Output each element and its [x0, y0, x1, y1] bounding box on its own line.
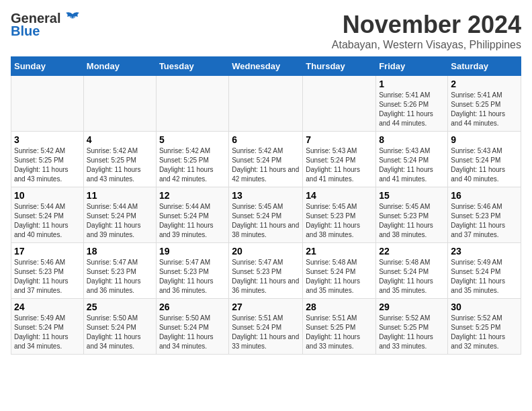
day-number: 19: [159, 246, 226, 257]
page-header: General Blue November 2024 Atabayan, Wes…: [11, 11, 521, 51]
weekday-header-saturday: Saturday: [448, 57, 521, 76]
day-info: Sunrise: 5:42 AM Sunset: 5:25 PM Dayligh…: [87, 146, 153, 184]
day-number: 15: [379, 190, 445, 201]
weekday-header-sunday: Sunday: [11, 57, 84, 76]
day-number: 25: [87, 302, 153, 312]
day-number: 9: [451, 134, 518, 145]
calendar-cell: 6Sunrise: 5:42 AM Sunset: 5:24 PM Daylig…: [229, 132, 303, 187]
day-number: 24: [14, 302, 81, 312]
day-info: Sunrise: 5:45 AM Sunset: 5:23 PM Dayligh…: [379, 202, 445, 240]
day-info: Sunrise: 5:51 AM Sunset: 5:25 PM Dayligh…: [306, 314, 373, 351]
calendar-cell: 24Sunrise: 5:49 AM Sunset: 5:24 PM Dayli…: [11, 299, 84, 355]
day-number: 1: [379, 79, 445, 89]
calendar-table: SundayMondayTuesdayWednesdayThursdayFrid…: [11, 56, 521, 355]
day-number: 30: [451, 302, 518, 312]
title-area: November 2024 Atabayan, Western Visayas,…: [332, 11, 521, 51]
calendar-cell: 29Sunrise: 5:52 AM Sunset: 5:25 PM Dayli…: [376, 299, 448, 355]
day-info: Sunrise: 5:43 AM Sunset: 5:24 PM Dayligh…: [306, 146, 373, 184]
calendar-cell: 20Sunrise: 5:47 AM Sunset: 5:23 PM Dayli…: [229, 243, 303, 299]
day-number: 5: [159, 134, 226, 145]
day-info: Sunrise: 5:47 AM Sunset: 5:23 PM Dayligh…: [159, 258, 226, 295]
calendar-cell: 4Sunrise: 5:42 AM Sunset: 5:25 PM Daylig…: [83, 132, 156, 187]
calendar-cell: 3Sunrise: 5:42 AM Sunset: 5:25 PM Daylig…: [11, 132, 84, 187]
day-info: Sunrise: 5:42 AM Sunset: 5:25 PM Dayligh…: [14, 146, 81, 184]
calendar-cell: [11, 76, 84, 132]
day-number: 6: [232, 134, 300, 145]
day-info: Sunrise: 5:43 AM Sunset: 5:24 PM Dayligh…: [379, 146, 445, 184]
day-number: 14: [306, 190, 373, 201]
calendar-cell: 15Sunrise: 5:45 AM Sunset: 5:23 PM Dayli…: [376, 187, 448, 243]
calendar-week-row: 17Sunrise: 5:46 AM Sunset: 5:23 PM Dayli…: [11, 243, 521, 299]
day-number: 22: [379, 246, 445, 257]
day-info: Sunrise: 5:49 AM Sunset: 5:24 PM Dayligh…: [451, 258, 518, 295]
day-info: Sunrise: 5:50 AM Sunset: 5:24 PM Dayligh…: [87, 314, 153, 351]
day-info: Sunrise: 5:43 AM Sunset: 5:24 PM Dayligh…: [451, 146, 518, 184]
day-number: 27: [232, 302, 300, 312]
day-info: Sunrise: 5:47 AM Sunset: 5:23 PM Dayligh…: [87, 258, 153, 295]
calendar-cell: 22Sunrise: 5:48 AM Sunset: 5:24 PM Dayli…: [376, 243, 448, 299]
calendar-cell: 9Sunrise: 5:43 AM Sunset: 5:24 PM Daylig…: [448, 132, 521, 187]
day-info: Sunrise: 5:52 AM Sunset: 5:25 PM Dayligh…: [379, 314, 445, 351]
calendar-cell: 17Sunrise: 5:46 AM Sunset: 5:23 PM Dayli…: [11, 243, 84, 299]
calendar-cell: 12Sunrise: 5:44 AM Sunset: 5:24 PM Dayli…: [156, 187, 228, 243]
day-number: 2: [451, 79, 518, 89]
logo-bird-icon: [63, 11, 82, 26]
calendar-cell: 7Sunrise: 5:43 AM Sunset: 5:24 PM Daylig…: [303, 132, 376, 187]
day-number: 21: [306, 246, 373, 257]
calendar-cell: 2Sunrise: 5:41 AM Sunset: 5:25 PM Daylig…: [448, 76, 521, 132]
calendar-cell: 28Sunrise: 5:51 AM Sunset: 5:25 PM Dayli…: [303, 299, 376, 355]
logo-blue-text: Blue: [11, 24, 40, 39]
day-number: 3: [14, 134, 81, 145]
day-number: 7: [306, 134, 373, 145]
day-number: 26: [159, 302, 226, 312]
weekday-header-monday: Monday: [83, 57, 156, 76]
calendar-cell: 27Sunrise: 5:51 AM Sunset: 5:24 PM Dayli…: [229, 299, 303, 355]
day-info: Sunrise: 5:46 AM Sunset: 5:23 PM Dayligh…: [14, 258, 81, 295]
day-number: 11: [87, 190, 153, 201]
weekday-header-row: SundayMondayTuesdayWednesdayThursdayFrid…: [11, 57, 521, 76]
day-info: Sunrise: 5:50 AM Sunset: 5:24 PM Dayligh…: [159, 314, 226, 351]
day-info: Sunrise: 5:41 AM Sunset: 5:25 PM Dayligh…: [451, 91, 518, 128]
calendar-cell: 1Sunrise: 5:41 AM Sunset: 5:26 PM Daylig…: [376, 76, 448, 132]
day-number: 17: [14, 246, 81, 257]
day-number: 28: [306, 302, 373, 312]
logo: General Blue: [11, 11, 82, 39]
day-number: 29: [379, 302, 445, 312]
calendar-cell: 19Sunrise: 5:47 AM Sunset: 5:23 PM Dayli…: [156, 243, 228, 299]
day-info: Sunrise: 5:42 AM Sunset: 5:25 PM Dayligh…: [159, 146, 226, 184]
day-info: Sunrise: 5:45 AM Sunset: 5:23 PM Dayligh…: [306, 202, 373, 240]
day-info: Sunrise: 5:51 AM Sunset: 5:24 PM Dayligh…: [232, 314, 300, 351]
weekday-header-thursday: Thursday: [303, 57, 376, 76]
calendar-cell: 5Sunrise: 5:42 AM Sunset: 5:25 PM Daylig…: [156, 132, 228, 187]
day-info: Sunrise: 5:44 AM Sunset: 5:24 PM Dayligh…: [14, 202, 81, 240]
month-title: November 2024: [332, 11, 521, 39]
day-number: 20: [232, 246, 300, 257]
calendar-cell: 30Sunrise: 5:52 AM Sunset: 5:25 PM Dayli…: [448, 299, 521, 355]
calendar-cell: 11Sunrise: 5:44 AM Sunset: 5:24 PM Dayli…: [83, 187, 156, 243]
day-info: Sunrise: 5:47 AM Sunset: 5:23 PM Dayligh…: [232, 258, 300, 295]
day-info: Sunrise: 5:41 AM Sunset: 5:26 PM Dayligh…: [379, 91, 445, 128]
day-info: Sunrise: 5:45 AM Sunset: 5:24 PM Dayligh…: [232, 202, 300, 240]
calendar-week-row: 10Sunrise: 5:44 AM Sunset: 5:24 PM Dayli…: [11, 187, 521, 243]
calendar-week-row: 1Sunrise: 5:41 AM Sunset: 5:26 PM Daylig…: [11, 76, 521, 132]
calendar-cell: 16Sunrise: 5:46 AM Sunset: 5:23 PM Dayli…: [448, 187, 521, 243]
day-number: 18: [87, 246, 153, 257]
calendar-cell: 26Sunrise: 5:50 AM Sunset: 5:24 PM Dayli…: [156, 299, 228, 355]
day-info: Sunrise: 5:49 AM Sunset: 5:24 PM Dayligh…: [14, 314, 81, 351]
calendar-cell: [229, 76, 303, 132]
calendar-cell: 25Sunrise: 5:50 AM Sunset: 5:24 PM Dayli…: [83, 299, 156, 355]
day-info: Sunrise: 5:52 AM Sunset: 5:25 PM Dayligh…: [451, 314, 518, 351]
calendar-cell: 13Sunrise: 5:45 AM Sunset: 5:24 PM Dayli…: [229, 187, 303, 243]
calendar-week-row: 3Sunrise: 5:42 AM Sunset: 5:25 PM Daylig…: [11, 132, 521, 187]
calendar-cell: [156, 76, 228, 132]
calendar-week-row: 24Sunrise: 5:49 AM Sunset: 5:24 PM Dayli…: [11, 299, 521, 355]
day-number: 10: [14, 190, 81, 201]
calendar-cell: 18Sunrise: 5:47 AM Sunset: 5:23 PM Dayli…: [83, 243, 156, 299]
day-number: 12: [159, 190, 226, 201]
calendar-cell: 23Sunrise: 5:49 AM Sunset: 5:24 PM Dayli…: [448, 243, 521, 299]
calendar-cell: 10Sunrise: 5:44 AM Sunset: 5:24 PM Dayli…: [11, 187, 84, 243]
weekday-header-wednesday: Wednesday: [229, 57, 303, 76]
calendar-cell: 14Sunrise: 5:45 AM Sunset: 5:23 PM Dayli…: [303, 187, 376, 243]
calendar-cell: 8Sunrise: 5:43 AM Sunset: 5:24 PM Daylig…: [376, 132, 448, 187]
calendar-cell: [303, 76, 376, 132]
